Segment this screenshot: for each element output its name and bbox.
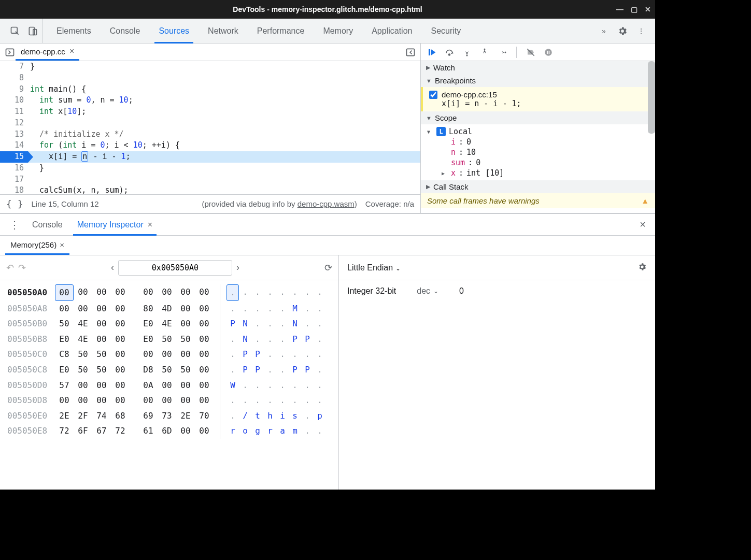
code-line[interactable]: 10 int sum = 0, n = 10; bbox=[0, 95, 420, 106]
refresh-icon[interactable]: ⟳ bbox=[324, 262, 332, 274]
close-tab-icon[interactable]: × bbox=[69, 47, 74, 56]
window-title: DevTools - memory-inspector.glitch.me/de… bbox=[233, 5, 422, 13]
value-settings-icon[interactable] bbox=[637, 262, 647, 274]
close-drawer-icon[interactable]: × bbox=[634, 219, 651, 231]
svg-point-9 bbox=[505, 51, 506, 53]
hex-row[interactable]: 005050E02E2F746869732E70./this.p bbox=[7, 408, 331, 424]
code-line[interactable]: 16 } bbox=[0, 163, 420, 174]
chevron-down-icon: ⌄ bbox=[433, 288, 438, 295]
memory-subtab[interactable]: Memory(256)× bbox=[5, 236, 69, 255]
tab-performance[interactable]: Performance bbox=[248, 19, 314, 43]
coverage-label: Coverage: n/a bbox=[365, 199, 414, 208]
next-page-icon[interactable]: › bbox=[236, 262, 239, 273]
callstack-warning: Some call frames have warnings ▲ bbox=[421, 193, 655, 208]
close-button[interactable]: ✕ bbox=[645, 5, 651, 13]
redo-icon[interactable]: ↷ bbox=[18, 262, 26, 274]
scope-section[interactable]: ▼Scope bbox=[421, 111, 655, 124]
hex-row[interactable]: 005050D0570000000A000000W....... bbox=[7, 378, 331, 393]
scope-var[interactable]: i: 0 bbox=[442, 137, 655, 147]
debug-info-link[interactable]: demo-cpp.wasm bbox=[297, 199, 355, 208]
code-line[interactable]: 9int main() { bbox=[0, 84, 420, 95]
code-line[interactable]: 12 bbox=[0, 118, 420, 129]
breakpoint-item[interactable]: demo-cpp.cc:15 x[i] = n - i - 1; bbox=[421, 87, 655, 111]
step-over-icon[interactable] bbox=[444, 47, 455, 58]
chevron-down-icon: ⌄ bbox=[395, 265, 401, 272]
debugger-toggle-icon[interactable] bbox=[405, 47, 416, 58]
scope-var[interactable]: sum: 0 bbox=[442, 157, 655, 168]
hex-viewer[interactable]: 005050A00000000000000000........005050A8… bbox=[0, 280, 338, 490]
scope-local[interactable]: ▼LLocal bbox=[427, 126, 655, 137]
minimize-button[interactable]: — bbox=[616, 5, 624, 13]
hex-row[interactable]: 005050D80000000000000000........ bbox=[7, 393, 331, 408]
breakpoints-section[interactable]: ▼Breakpoints bbox=[421, 74, 655, 87]
pause-on-exceptions-icon[interactable] bbox=[543, 47, 554, 58]
navigator-toggle-icon[interactable] bbox=[4, 47, 16, 58]
local-badge-icon: L bbox=[436, 127, 446, 136]
base-select[interactable]: dec ⌄ bbox=[417, 286, 438, 296]
code-editor[interactable]: 7}89int main() {10 int sum = 0, n = 10;1… bbox=[0, 61, 420, 194]
hex-row[interactable]: 005050E8726F6772616D0000rogram.. bbox=[7, 423, 331, 439]
code-line[interactable]: 15 x[i] = n - i - 1; bbox=[0, 151, 420, 163]
step-into-icon[interactable] bbox=[461, 47, 473, 58]
tab-network[interactable]: Network bbox=[199, 19, 248, 43]
tab-sources[interactable]: Sources bbox=[149, 19, 199, 43]
console-tab[interactable]: Console bbox=[25, 214, 70, 235]
tab-elements[interactable]: Elements bbox=[47, 19, 101, 43]
pretty-print-icon[interactable]: { } bbox=[6, 198, 23, 209]
svg-rect-12 bbox=[549, 51, 550, 54]
endianness-select[interactable]: Little Endian ⌄ bbox=[347, 263, 401, 272]
address-input[interactable] bbox=[118, 260, 232, 276]
source-status-bar: { } Line 15, Column 12 (provided via deb… bbox=[0, 194, 420, 213]
svg-point-10 bbox=[545, 49, 552, 56]
code-line[interactable]: 13 /* initialize x */ bbox=[0, 129, 420, 140]
value-row: Integer 32-bit dec ⌄ 0 bbox=[339, 280, 655, 302]
code-line[interactable]: 14 for (int i = 0; i < 10; ++i) { bbox=[0, 140, 420, 151]
svg-point-7 bbox=[466, 54, 468, 56]
maximize-button[interactable]: ▢ bbox=[631, 5, 637, 13]
main-tabbar: ElementsConsoleSourcesNetworkPerformance… bbox=[0, 19, 655, 44]
svg-rect-5 bbox=[429, 49, 430, 55]
tab-memory[interactable]: Memory bbox=[314, 19, 362, 43]
tab-console[interactable]: Console bbox=[101, 19, 150, 43]
file-tab[interactable]: demo-cpp.cc × bbox=[16, 44, 79, 61]
hex-row[interactable]: 005050A00000000000000000........ bbox=[7, 284, 331, 301]
tab-security[interactable]: Security bbox=[421, 19, 470, 43]
undo-icon[interactable]: ↶ bbox=[6, 262, 14, 274]
scope-var[interactable]: n: 10 bbox=[442, 147, 655, 157]
drawer-menu-icon[interactable]: ⋮ bbox=[4, 219, 25, 231]
step-out-icon[interactable] bbox=[479, 47, 490, 58]
deactivate-breakpoints-icon[interactable] bbox=[525, 47, 536, 58]
inspect-element-icon[interactable] bbox=[9, 25, 21, 37]
svg-rect-11 bbox=[547, 51, 548, 54]
hex-row[interactable]: 005050B8E04E0000E0505000.N...PP. bbox=[7, 332, 331, 347]
file-tab-label: demo-cpp.cc bbox=[21, 47, 65, 56]
tab-application[interactable]: Application bbox=[362, 19, 421, 43]
hex-row[interactable]: 005050B0504E0000E04E0000PN...N.. bbox=[7, 316, 331, 332]
hex-row[interactable]: 005050C8E0505000D8505000.PP..PP. bbox=[7, 362, 331, 378]
more-tabs-icon[interactable]: » bbox=[598, 25, 610, 37]
svg-point-8 bbox=[484, 48, 486, 50]
breakpoint-checkbox[interactable] bbox=[429, 91, 437, 99]
code-line[interactable]: 7} bbox=[0, 61, 420, 73]
scope-var[interactable]: ▶x: int [10] bbox=[442, 168, 655, 178]
warning-icon: ▲ bbox=[641, 196, 649, 205]
hex-row[interactable]: 005050C0C850500000000000.PP..... bbox=[7, 347, 331, 362]
scrollbar[interactable] bbox=[648, 61, 655, 134]
memory-inspector-tab[interactable]: Memory Inspector× bbox=[70, 214, 160, 235]
hex-row[interactable]: 005050A800000000804D0000.....M.. bbox=[7, 301, 331, 317]
callstack-section[interactable]: ▶Call Stack bbox=[421, 180, 655, 193]
code-line[interactable]: 11 int x[10]; bbox=[0, 106, 420, 118]
close-tab-icon[interactable]: × bbox=[148, 220, 152, 229]
drawer: ⋮ Console Memory Inspector× × Memory(256… bbox=[0, 213, 655, 490]
code-line[interactable]: 8 bbox=[0, 73, 420, 84]
settings-gear-icon[interactable] bbox=[617, 25, 628, 37]
step-icon[interactable] bbox=[497, 47, 508, 58]
code-line[interactable]: 18 calcSum(x, n, sum); bbox=[0, 185, 420, 194]
device-toolbar-icon[interactable] bbox=[27, 25, 38, 37]
watch-section[interactable]: ▶Watch bbox=[421, 61, 655, 74]
close-tab-icon[interactable]: × bbox=[60, 240, 64, 249]
code-line[interactable]: 17 bbox=[0, 174, 420, 185]
prev-page-icon[interactable]: ‹ bbox=[111, 262, 114, 273]
resume-icon[interactable] bbox=[426, 47, 437, 58]
kebab-menu-icon[interactable]: ⋮ bbox=[635, 25, 647, 37]
